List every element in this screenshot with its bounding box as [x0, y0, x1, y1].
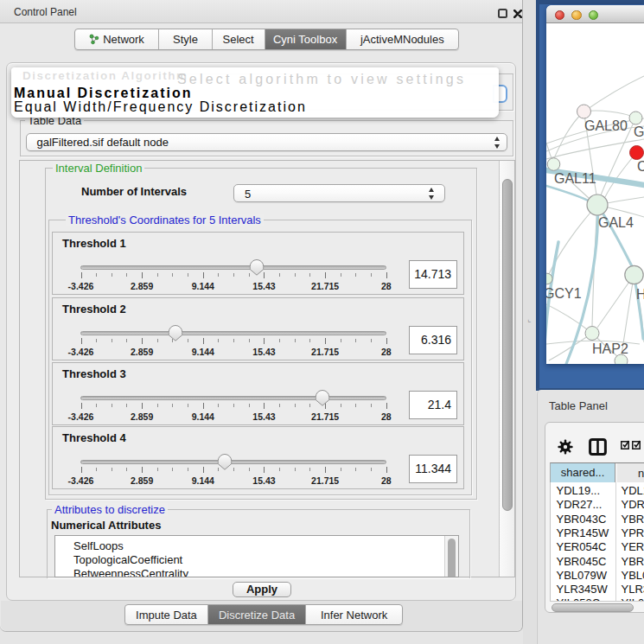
- network-window-titlebar[interactable]: [546, 5, 644, 23]
- tab-network[interactable]: Network: [75, 29, 159, 49]
- slider-tick: [172, 468, 173, 471]
- network-node[interactable]: [547, 158, 560, 171]
- table-cell[interactable]: YBR0: [622, 513, 644, 526]
- table-cell[interactable]: YDR2: [622, 498, 644, 511]
- table-cell[interactable]: YBR045C: [557, 555, 607, 568]
- slider-tick: [264, 403, 265, 409]
- network-node[interactable]: [625, 265, 643, 284]
- tab-discretize-data[interactable]: Discretize Data: [208, 605, 306, 624]
- slider-tick: [295, 273, 296, 277]
- tab-cyni-toolbox[interactable]: Cyni Toolbox: [265, 29, 347, 49]
- slider-thumb[interactable]: [315, 390, 329, 406]
- slider-scale-label: 28: [381, 475, 392, 486]
- checkbox-icon[interactable]: [621, 440, 630, 450]
- slider-scale-label: 28: [381, 347, 392, 357]
- split-columns-icon[interactable]: [589, 438, 607, 456]
- table-cell[interactable]: YBR043C: [557, 513, 607, 526]
- network-node-label: GAL11: [554, 171, 596, 186]
- network-edge[interactable]: [549, 205, 597, 274]
- table-cell[interactable]: YLR3: [622, 583, 644, 596]
- tab-infer-network[interactable]: Infer Network: [306, 605, 402, 624]
- table-cell[interactable]: YPR145W: [557, 526, 609, 539]
- table-browser-card: shared... name YDL19...YDL1YDR27...YDR2Y…: [545, 422, 644, 613]
- table-cell[interactable]: YPR1: [622, 526, 644, 539]
- table-cell[interactable]: YER0: [622, 540, 644, 553]
- panel-scrollbar-thumb[interactable]: [502, 179, 513, 511]
- tab-impute-data[interactable]: Impute Data: [125, 605, 208, 624]
- slider-tick: [203, 403, 204, 409]
- slider-tick: [279, 468, 280, 471]
- algorithm-option[interactable]: Equal Width/Frequency Discretization: [14, 99, 307, 115]
- table-cell[interactable]: YDL1: [622, 484, 644, 497]
- attribute-list-item[interactable]: SelfLoops: [73, 539, 124, 552]
- column-header-shared-name[interactable]: shared...: [551, 463, 615, 482]
- table-cell[interactable]: YDR27...: [557, 498, 603, 511]
- network-edge[interactable]: [584, 76, 644, 112]
- network-node-label: GAL80: [584, 118, 628, 133]
- slider-tick: [341, 404, 341, 407]
- close-traffic-light[interactable]: [555, 10, 565, 21]
- checkbox-icon[interactable]: [632, 440, 641, 450]
- threshold-value-field[interactable]: 21.4: [409, 391, 457, 419]
- slider-thumb[interactable]: [169, 325, 183, 341]
- panel-scrollbar[interactable]: [499, 161, 514, 577]
- slider-track[interactable]: [80, 460, 386, 464]
- table-horizontal-scrollbar-thumb[interactable]: [552, 603, 634, 612]
- list-scrollbar[interactable]: [444, 536, 458, 577]
- gear-icon[interactable]: [558, 439, 573, 455]
- table-header[interactable]: shared... name: [550, 462, 644, 482]
- attribute-list-item[interactable]: TopologicalCoefficient: [73, 553, 182, 566]
- float-window-icon[interactable]: [498, 9, 507, 18]
- network-node[interactable]: [630, 146, 644, 160]
- threshold-value-field[interactable]: 11.344: [409, 455, 457, 483]
- table-horizontal-scrollbar[interactable]: [550, 601, 644, 613]
- list-scrollbar-thumb[interactable]: [448, 539, 456, 577]
- network-node[interactable]: [629, 112, 642, 124]
- table-body[interactable]: YDL19...YDL1YDR27...YDR2YBR043CYBR0YPR14…: [550, 482, 644, 602]
- slider-thumb[interactable]: [217, 454, 232, 470]
- minimize-traffic-light[interactable]: [571, 10, 582, 21]
- slider-track[interactable]: [80, 331, 386, 335]
- table-cell[interactable]: YBR0: [622, 555, 644, 568]
- threshold-value-field[interactable]: 14.713: [409, 260, 457, 289]
- tab-label: Infer Network: [321, 609, 387, 622]
- slider-track[interactable]: [80, 396, 386, 400]
- slider-tick: [96, 273, 97, 277]
- tab-style[interactable]: Style: [159, 29, 213, 49]
- table-data-combobox[interactable]: galFiltered.sif default node: [26, 133, 507, 151]
- slider-tick: [203, 338, 204, 344]
- network-node[interactable]: [577, 105, 591, 118]
- table-cell[interactable]: YBL079W: [557, 569, 608, 582]
- network-node[interactable]: [585, 327, 599, 341]
- tab-select[interactable]: Select: [213, 29, 265, 49]
- slider-scale-label: -3.426: [68, 475, 94, 486]
- slider-scale-label: 9.144: [192, 475, 214, 486]
- attribute-list-item[interactable]: BetweennessCentrality: [73, 567, 188, 578]
- numerical-attributes-list[interactable]: SelfLoopsTopologicalCoefficientBetweenne…: [54, 535, 459, 577]
- threshold-label: Threshold 4: [62, 431, 126, 444]
- slider-scale-label: 15.43: [252, 475, 275, 486]
- slider-track[interactable]: [80, 265, 386, 270]
- column-header-name[interactable]: name: [617, 463, 644, 482]
- network-edge[interactable]: [546, 139, 644, 159]
- tab-jactivemnodules[interactable]: jActiveMNodules: [347, 29, 458, 49]
- slider-scale-label: 2.859: [131, 281, 153, 291]
- table-cell[interactable]: YER054C: [557, 540, 607, 553]
- close-icon[interactable]: [513, 10, 522, 18]
- apply-button[interactable]: Apply: [233, 582, 291, 597]
- table-panel-window: Table Panel shared... name YDL19...Y: [537, 390, 644, 644]
- threshold-value-field[interactable]: 6.316: [409, 326, 457, 354]
- control-panel-titlebar[interactable]: Control Panel: [0, 0, 522, 23]
- slider-tick: [386, 467, 387, 473]
- table-cell[interactable]: YBL0: [622, 569, 644, 582]
- network-edge-thick[interactable]: [546, 186, 590, 201]
- network-node[interactable]: [615, 354, 628, 364]
- table-cell[interactable]: YDL19...: [557, 484, 601, 497]
- slider-tick: [81, 403, 82, 409]
- network-graph[interactable]: GAL80GALCGAL11GAL4GCY1HHAP2: [546, 23, 644, 364]
- network-node[interactable]: [587, 194, 608, 215]
- table-cell[interactable]: YLR345W: [557, 583, 608, 596]
- zoom-traffic-light[interactable]: [589, 10, 599, 21]
- tab-label: jActiveMNodules: [360, 33, 444, 46]
- slider-thumb[interactable]: [250, 259, 265, 276]
